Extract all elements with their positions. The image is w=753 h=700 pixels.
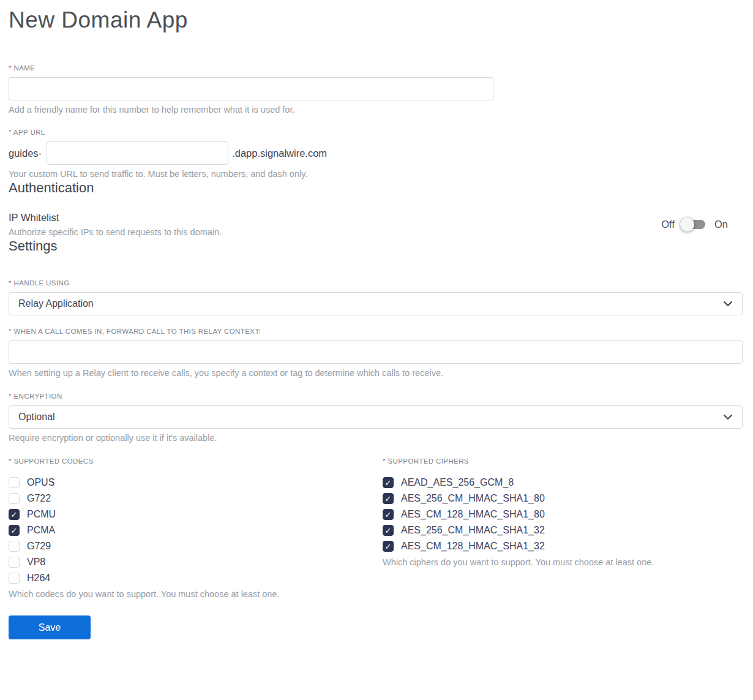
handle-using-field-group: * HANDLE USING Relay Application <box>9 279 743 315</box>
toggle-switch-icon[interactable] <box>684 220 705 229</box>
app-url-field-group: * APP URL guides- .dapp.signalwire.com Y… <box>9 129 743 179</box>
ip-whitelist-label: IP Whitelist <box>9 211 222 224</box>
checkbox-icon <box>383 477 394 488</box>
codec-option-label: PCMU <box>27 509 56 520</box>
codec-option-g722[interactable]: G722 <box>9 491 383 506</box>
relay-context-field-group: * WHEN A CALL COMES IN, FORWARD CALL TO … <box>9 328 743 378</box>
name-label: * NAME <box>9 64 743 72</box>
cipher-option-label: AES_CM_128_HMAC_SHA1_32 <box>401 541 545 552</box>
relay-context-helper-text: When setting up a Relay client to receiv… <box>9 368 743 378</box>
codecs-ciphers-columns: * SUPPORTED CODECS OPUS G722 PCMU PCMA <box>9 457 743 600</box>
encryption-field-group: * ENCRYPTION Optional Require encryption… <box>9 393 743 443</box>
app-url-helper-text: Your custom URL to send traffic to. Must… <box>9 169 743 179</box>
encryption-helper-text: Require encryption or optionally use it … <box>9 433 743 443</box>
codec-option-label: VP8 <box>27 557 45 568</box>
checkbox-icon <box>9 557 20 568</box>
encryption-value: Optional <box>18 412 55 423</box>
save-button[interactable]: Save <box>9 615 91 639</box>
codecs-helper-text: Which codecs do you want to support. You… <box>9 589 383 600</box>
new-domain-app-page: New Domain App * NAME Add a friendly nam… <box>0 0 753 648</box>
codec-option-opus[interactable]: OPUS <box>9 475 383 491</box>
ciphers-list: AEAD_AES_256_GCM_8 AES_256_CM_HMAC_SHA1_… <box>383 475 743 554</box>
encryption-label: * ENCRYPTION <box>9 393 743 400</box>
cipher-option-aead-aes-256-gcm-8[interactable]: AEAD_AES_256_GCM_8 <box>383 475 743 491</box>
checkbox-icon <box>383 541 394 552</box>
name-helper-text: Add a friendly name for this number to h… <box>9 105 743 115</box>
app-url-input[interactable] <box>47 141 228 165</box>
chevron-down-icon <box>724 301 732 307</box>
ip-whitelist-row: IP Whitelist Authorize specific IPs to s… <box>9 211 743 238</box>
toggle-off-label: Off <box>661 219 675 230</box>
ciphers-helper-text: Which ciphers do you want to support. Yo… <box>383 557 743 568</box>
checkbox-icon <box>9 541 20 552</box>
checkbox-icon <box>9 525 20 536</box>
cipher-option-aes-256-cm-hmac-sha1-80[interactable]: AES_256_CM_HMAC_SHA1_80 <box>383 491 743 506</box>
codec-option-pcmu[interactable]: PCMU <box>9 506 383 522</box>
app-url-label: * APP URL <box>9 129 743 136</box>
relay-context-input[interactable] <box>9 341 743 364</box>
cipher-option-aes-cm-128-hmac-sha1-32[interactable]: AES_CM_128_HMAC_SHA1_32 <box>383 538 743 554</box>
checkbox-icon <box>9 493 20 504</box>
app-url-prefix: guides- <box>9 148 42 159</box>
cipher-option-aes-cm-128-hmac-sha1-80[interactable]: AES_CM_128_HMAC_SHA1_80 <box>383 506 743 522</box>
ip-whitelist-text: IP Whitelist Authorize specific IPs to s… <box>9 211 222 238</box>
codec-option-label: G722 <box>27 493 51 504</box>
codec-option-pcma[interactable]: PCMA <box>9 522 383 538</box>
ip-whitelist-toggle[interactable]: Off On <box>661 219 728 230</box>
toggle-thumb[interactable] <box>680 217 694 231</box>
supported-ciphers-label: * SUPPORTED CIPHERS <box>383 457 743 465</box>
checkbox-icon <box>383 509 394 520</box>
codecs-list: OPUS G722 PCMU PCMA G729 <box>9 475 383 586</box>
codec-option-label: H264 <box>27 573 50 584</box>
page-title: New Domain App <box>9 6 743 34</box>
app-url-row: guides- .dapp.signalwire.com <box>9 141 743 165</box>
supported-ciphers-group: * SUPPORTED CIPHERS AEAD_AES_256_GCM_8 A… <box>383 457 743 600</box>
handle-using-label: * HANDLE USING <box>9 279 743 287</box>
cipher-option-label: AES_256_CM_HMAC_SHA1_32 <box>401 525 545 536</box>
handle-using-select[interactable]: Relay Application <box>9 292 743 315</box>
codec-option-vp8[interactable]: VP8 <box>9 554 383 570</box>
codec-option-label: G729 <box>27 541 51 552</box>
settings-heading: Settings <box>9 238 743 254</box>
name-field-group: * NAME Add a friendly name for this numb… <box>9 64 743 115</box>
cipher-option-label: AES_CM_128_HMAC_SHA1_80 <box>401 509 545 520</box>
authentication-heading: Authentication <box>9 179 743 196</box>
codec-option-g729[interactable]: G729 <box>9 538 383 554</box>
app-url-suffix: .dapp.signalwire.com <box>232 148 327 159</box>
checkbox-icon <box>9 573 20 584</box>
codec-option-h264[interactable]: H264 <box>9 570 383 586</box>
codec-option-label: PCMA <box>27 525 55 536</box>
supported-codecs-group: * SUPPORTED CODECS OPUS G722 PCMU PCMA <box>9 457 383 600</box>
ip-whitelist-helper-text: Authorize specific IPs to send requests … <box>9 227 222 238</box>
relay-context-label: * WHEN A CALL COMES IN, FORWARD CALL TO … <box>9 328 743 335</box>
chevron-down-icon <box>724 415 732 420</box>
name-input[interactable] <box>9 77 493 100</box>
codec-option-label: OPUS <box>27 477 54 488</box>
supported-codecs-label: * SUPPORTED CODECS <box>9 457 383 465</box>
cipher-option-label: AES_256_CM_HMAC_SHA1_80 <box>401 493 545 504</box>
checkbox-icon <box>9 509 20 520</box>
encryption-select[interactable]: Optional <box>9 405 743 429</box>
checkbox-icon <box>383 525 394 536</box>
cipher-option-aes-256-cm-hmac-sha1-32[interactable]: AES_256_CM_HMAC_SHA1_32 <box>383 522 743 538</box>
checkbox-icon <box>383 493 394 504</box>
checkbox-icon <box>9 477 20 488</box>
cipher-option-label: AEAD_AES_256_GCM_8 <box>401 477 514 488</box>
toggle-on-label: On <box>714 219 728 230</box>
handle-using-value: Relay Application <box>18 298 94 309</box>
